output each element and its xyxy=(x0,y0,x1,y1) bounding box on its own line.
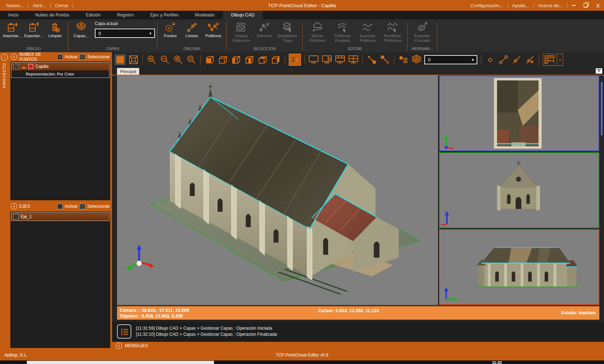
capas-button[interactable]: Capas... xyxy=(70,20,92,38)
snap-line-nearest-icon[interactable] xyxy=(525,54,535,65)
restore-button[interactable] xyxy=(580,0,592,11)
view-front-icon[interactable] xyxy=(204,54,215,65)
point-size-increase-icon[interactable] xyxy=(366,54,377,65)
tab-registro[interactable]: Registro xyxy=(109,11,142,19)
main-viewport[interactable] xyxy=(117,75,438,305)
export-contours-icon xyxy=(416,21,428,34)
menu-abrir[interactable]: Abrir... xyxy=(28,3,50,8)
viewport-scrollbar[interactable] xyxy=(601,82,603,136)
zoom-in-icon[interactable] xyxy=(146,54,157,65)
top-view-viewport[interactable] xyxy=(439,75,599,151)
eje1-checkbox[interactable] xyxy=(13,214,19,220)
puntos-button[interactable]: Puntos xyxy=(160,20,181,38)
point-size-decrease-icon[interactable] xyxy=(380,54,390,65)
layout-three-icon[interactable] xyxy=(335,54,346,65)
ribbon-group-seleccion: Limpiar Selección Eliminar Establecer Ca… xyxy=(227,19,302,52)
taskbar-window[interactable] xyxy=(27,361,214,364)
zoom-extents-icon[interactable] xyxy=(186,54,197,65)
tab-principal[interactable]: Principal xyxy=(117,68,139,75)
tab-nubes-de-puntos[interactable]: Nubes de Puntos xyxy=(27,11,78,19)
tab-ejes-y-perfiles[interactable]: Ejes y Perfiles xyxy=(142,11,187,19)
minimize-button[interactable] xyxy=(568,0,580,11)
front-view-viewport[interactable] xyxy=(439,152,599,228)
elevar-polilinea-button[interactable]: Elevar Polilínea xyxy=(305,20,330,43)
tab-dibujo-cad[interactable]: Dibujo CAD xyxy=(223,11,263,19)
pointcloud-item-capilla[interactable]: ☁ Capilla xyxy=(11,63,109,70)
lineas-button[interactable]: Líneas xyxy=(181,20,203,38)
snap-line-midpoint-icon[interactable] xyxy=(511,54,522,65)
chevron-up-icon[interactable]: ∧ xyxy=(11,203,17,210)
pointclouds-panel-header: ∧ NUBES DE PUNTOS Activar Seleccionar xyxy=(9,52,112,62)
side-view-viewport[interactable] xyxy=(439,229,599,305)
close-button[interactable]: X xyxy=(592,0,604,11)
messages-panel-header[interactable]: ∨ MENSAJES xyxy=(112,342,604,350)
collapse-viewport-button[interactable]: ▼ xyxy=(596,68,602,74)
zoom-out-icon[interactable] xyxy=(160,54,170,65)
rectificar-polilineas-button[interactable]: Rectificar Polilíneas xyxy=(380,20,405,43)
chevron-down-icon[interactable]: ∨ xyxy=(116,343,122,349)
layout-four-icon[interactable] xyxy=(348,54,359,65)
tab-inicio[interactable]: Inicio xyxy=(0,11,27,19)
layout-two-icon[interactable] xyxy=(322,54,332,65)
dimension-tool-button[interactable]: ∨ xyxy=(543,54,563,66)
group-label-editar: EDITAR xyxy=(305,45,405,52)
menu-ayuda[interactable]: Ayuda... xyxy=(508,3,533,8)
establecer-capa-button[interactable]: Establecer Capa xyxy=(275,20,300,43)
snap-point-icon[interactable] xyxy=(485,54,496,65)
view-left-icon[interactable] xyxy=(231,54,242,65)
group-label-dibujar: DIBUJAR xyxy=(160,45,224,52)
layout-single-icon[interactable] xyxy=(308,54,319,65)
nubes-activar-checkbox[interactable] xyxy=(57,54,63,60)
layers-icon[interactable] xyxy=(411,54,422,65)
suavizar-polilinea-button[interactable]: Suavizar Polilínea xyxy=(355,20,380,43)
point-list-icon[interactable] xyxy=(398,54,409,65)
exportar-curvado-button[interactable]: Exportar Curvado xyxy=(410,20,435,43)
secondary-viewports xyxy=(439,75,599,305)
menu-acerca-de[interactable]: Acerca de... xyxy=(534,3,567,8)
exportar-button[interactable]: DXF Exportar... xyxy=(23,20,44,38)
group-label-capas: CAPAS xyxy=(70,45,155,52)
limpiar-button[interactable]: Limpiar xyxy=(44,20,66,38)
tab-modelado[interactable]: Modelado xyxy=(187,11,223,19)
polilinea-paralela-button[interactable]: Polilínea Paralela xyxy=(330,20,355,43)
view-bottom-icon[interactable] xyxy=(271,54,281,65)
ribbon-tab-row: Inicio Nubes de Puntos Edición Registro … xyxy=(0,11,604,19)
frustum-view-icon[interactable] xyxy=(128,54,139,65)
menu-configuracion[interactable]: Configuración... xyxy=(466,3,507,8)
ejes-seleccionar-checkbox[interactable] xyxy=(80,204,85,209)
color-swatch[interactable] xyxy=(28,64,33,69)
lineas-label: Líneas xyxy=(186,34,198,38)
view-back-icon[interactable] xyxy=(218,54,228,65)
axis-item-eje1[interactable]: Eje_1 xyxy=(11,213,109,221)
taskbar-clock: 11:32 xyxy=(492,360,502,364)
line-add-icon xyxy=(186,21,198,34)
axis-gizmo xyxy=(444,287,458,302)
z-up-button[interactable]: Z ↑ xyxy=(289,54,301,66)
zoom-window-icon[interactable] xyxy=(173,54,184,65)
menu-nuevo[interactable]: Nuevo... xyxy=(2,3,28,8)
snap-line-endpoints-icon[interactable] xyxy=(498,54,509,65)
ribbon: DXF Importar... DXF Exportar... Limpiar … xyxy=(0,19,604,53)
tab-edicion[interactable]: Edición xyxy=(78,11,109,19)
chevron-up-icon[interactable]: ∧ xyxy=(11,54,17,60)
capa-actual-dropdown[interactable]: 0 ▾ xyxy=(95,29,155,38)
single-viewport-icon[interactable] xyxy=(115,54,126,65)
view-top-icon[interactable] xyxy=(257,54,268,65)
polilinea-button[interactable]: Polilínea xyxy=(203,20,224,38)
chevron-down-icon[interactable]: ∨ xyxy=(557,54,563,65)
eliminar-button[interactable]: Eliminar xyxy=(254,20,275,38)
exportar-label: Exportar... xyxy=(24,34,43,38)
viewport-area xyxy=(112,75,604,305)
view-right-icon[interactable] xyxy=(244,54,255,65)
capilla-label: Capilla xyxy=(35,64,49,69)
representation-row: Representación: Por Color xyxy=(11,70,109,78)
capilla-checkbox[interactable] xyxy=(13,64,19,69)
importar-button[interactable]: DXF Importar... xyxy=(1,20,23,38)
menu-cerrar[interactable]: Cerrar xyxy=(51,3,73,8)
nubes-seleccionar-checkbox[interactable] xyxy=(80,54,85,60)
collapse-sidebar-button[interactable]: ‹ xyxy=(1,54,8,61)
os-taskbar[interactable]: 11:32 xyxy=(0,360,604,364)
ejes-activar-checkbox[interactable] xyxy=(57,204,63,209)
layer-dropdown[interactable]: 0 ▾ xyxy=(424,55,477,64)
limpiar-seleccion-button[interactable]: Limpiar Selección xyxy=(229,20,254,43)
